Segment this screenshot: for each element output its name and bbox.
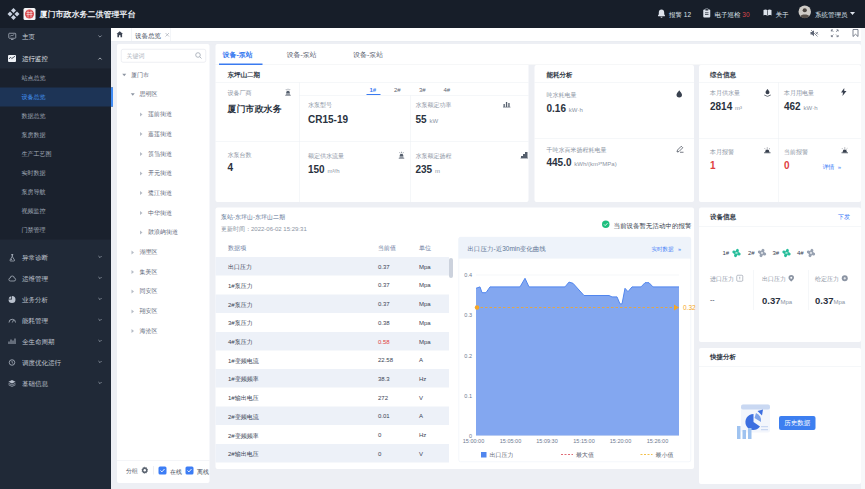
- svg-text:15:00:00: 15:00:00: [463, 438, 484, 444]
- svg-text:0.1: 0.1: [464, 393, 472, 399]
- svg-text:最小值: 最小值: [656, 452, 674, 458]
- svg-text:0.2: 0.2: [464, 353, 472, 359]
- svg-text:15:15:00: 15:15:00: [573, 438, 594, 444]
- svg-text:15:05:00: 15:05:00: [500, 438, 521, 444]
- svg-text:0.4: 0.4: [464, 272, 472, 278]
- svg-text:0.32: 0.32: [683, 304, 696, 311]
- svg-text:15:26:00: 15:26:00: [647, 438, 668, 444]
- svg-text:最大值: 最大值: [576, 451, 594, 458]
- svg-text:0: 0: [469, 433, 472, 439]
- svg-text:0.3: 0.3: [464, 312, 472, 318]
- svg-text:15:09:30: 15:09:30: [536, 438, 557, 444]
- svg-text:15:20:00: 15:20:00: [610, 438, 631, 444]
- svg-text:出口压力: 出口压力: [490, 451, 514, 459]
